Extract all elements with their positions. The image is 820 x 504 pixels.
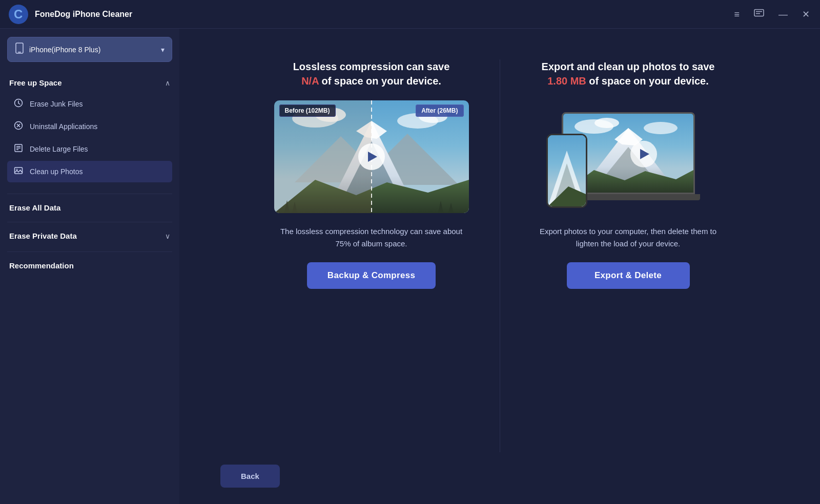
sidebar-section-erase-private: Erase Private Data ∨ <box>0 225 179 246</box>
play-button-left[interactable] <box>358 143 385 170</box>
main-content: Lossless compression can save N/A of spa… <box>179 29 820 504</box>
phone-screen <box>548 135 586 206</box>
svg-rect-6 <box>18 52 21 53</box>
sidebar-item-delete-large[interactable]: Delete Large Files <box>7 138 172 160</box>
compress-description: The lossless compression technology can … <box>274 225 469 250</box>
app-title: FoneDog iPhone Cleaner <box>35 10 132 19</box>
file-icon <box>13 143 24 155</box>
erase-private-title: Erase Private Data <box>9 232 77 240</box>
svg-rect-2 <box>754 9 764 16</box>
sidebar-item-erase-junk[interactable]: Erase Junk Files <box>7 93 172 115</box>
sidebar-item-label: Erase Junk Files <box>30 100 83 108</box>
back-button[interactable]: Back <box>220 465 280 488</box>
divider-3 <box>7 251 172 252</box>
sidebar-section-erase-all[interactable]: Erase All Data <box>0 197 179 219</box>
device-name: iPhone(iPhone 8 Plus) <box>29 46 100 54</box>
export-card: Export and clean up photos to save 1.80 … <box>531 59 726 289</box>
phone-icon <box>15 43 24 56</box>
sidebar: iPhone(iPhone 8 Plus) ▾ Free up Space ∧ <box>0 29 179 504</box>
svg-point-38 <box>594 118 619 128</box>
clock-icon <box>13 98 24 110</box>
compress-card: Lossless compression can save N/A of spa… <box>274 59 469 289</box>
device-mockup <box>531 100 726 213</box>
phone-mockup <box>546 134 587 208</box>
phone-screen-svg <box>548 135 586 206</box>
after-label: After (26MB) <box>416 106 463 115</box>
backup-compress-button[interactable]: Backup & Compress <box>307 262 436 289</box>
app-body: iPhone(iPhone 8 Plus) ▾ Free up Space ∧ <box>0 29 820 504</box>
erase-private-chevron: ∨ <box>165 232 170 240</box>
divider-1 <box>7 194 172 194</box>
bottom-bar: Back <box>179 452 820 504</box>
chat-button[interactable] <box>752 7 766 22</box>
svg-line-9 <box>18 103 20 104</box>
sidebar-item-label: Clean up Photos <box>30 167 83 176</box>
play-triangle-icon-right <box>640 149 649 159</box>
sidebar-item-label: Uninstall Applications <box>30 122 97 131</box>
chevron-down-icon: ▾ <box>161 46 165 54</box>
sidebar-item-label: Delete Large Files <box>30 145 88 153</box>
svg-text:C: C <box>14 7 23 21</box>
erase-private-header[interactable]: Erase Private Data ∨ <box>7 225 172 246</box>
free-space-title: Free up Space <box>9 78 62 87</box>
app-logo: C <box>8 4 29 25</box>
free-space-chevron: ∧ <box>165 79 170 87</box>
uninstall-icon <box>13 121 24 132</box>
close-button[interactable]: ✕ <box>800 8 812 21</box>
play-triangle-icon <box>368 152 377 162</box>
export-headline: Export and clean up photos to save 1.80 … <box>542 59 715 88</box>
sidebar-section-freespace: Free up Space ∧ Erase Junk Files <box>0 72 179 186</box>
compress-headline: Lossless compression can save N/A of spa… <box>293 59 450 88</box>
free-space-header[interactable]: Free up Space ∧ <box>7 72 172 93</box>
compress-na-value: N/A <box>301 75 319 87</box>
play-button-right[interactable] <box>630 141 657 167</box>
before-label: Before (102MB) <box>279 106 336 115</box>
export-description: Export photos to your computer, then del… <box>531 225 726 250</box>
export-delete-button[interactable]: Export & Delete <box>567 262 690 289</box>
photo-icon <box>13 166 24 177</box>
recommendation-title: Recommendation <box>9 261 74 270</box>
export-size-value: 1.80 MB <box>547 75 586 87</box>
title-bar: C FoneDog iPhone Cleaner ≡ — ✕ <box>0 0 820 29</box>
erase-all-title: Erase All Data <box>9 203 60 212</box>
minimize-button[interactable]: — <box>776 8 790 21</box>
sidebar-item-clean-photos[interactable]: Clean up Photos <box>7 161 172 182</box>
compress-image: Before (102MB) After (26MB) <box>274 100 469 213</box>
window-controls: ≡ — ✕ <box>732 7 812 22</box>
svg-rect-34 <box>274 100 372 213</box>
sidebar-section-recommendation[interactable]: Recommendation <box>0 255 179 277</box>
menu-button[interactable]: ≡ <box>732 8 742 21</box>
free-space-items: Erase Junk Files Uninstall Applications <box>7 93 172 186</box>
sidebar-item-uninstall[interactable]: Uninstall Applications <box>7 116 172 137</box>
svg-point-39 <box>644 122 678 134</box>
content-area: Lossless compression can save N/A of spa… <box>179 29 820 452</box>
card-divider <box>500 59 500 452</box>
divider-2 <box>7 222 172 222</box>
device-selector[interactable]: iPhone(iPhone 8 Plus) ▾ <box>7 37 172 62</box>
